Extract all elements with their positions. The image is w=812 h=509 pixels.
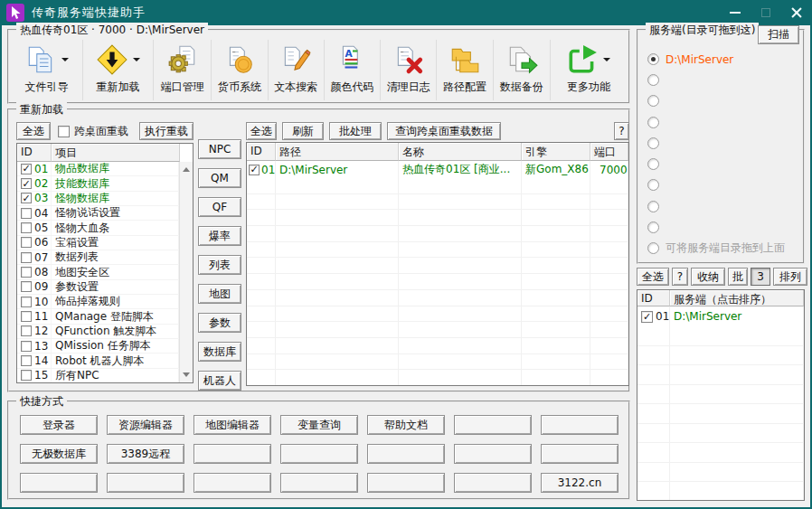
toolbar-button-端口管理[interactable]: 端口管理 (154, 40, 212, 100)
radio-icon[interactable] (647, 242, 659, 254)
shortcut-button-empty[interactable] (20, 473, 98, 493)
reload-item-row[interactable]: 04怪物说话设置 (17, 206, 179, 221)
shortcut-button-登录器[interactable]: 登录器 (20, 415, 98, 435)
category-button-QM[interactable]: QM (198, 168, 241, 188)
item-checkbox[interactable] (21, 370, 32, 381)
item-checkbox[interactable] (21, 311, 32, 322)
shortcut-button-资源编辑器[interactable]: 资源编辑器 (107, 415, 184, 435)
reload-item-row[interactable]: 13QMission 任务脚本 (17, 339, 179, 353)
toolbar-button-更多功能[interactable]: 更多功能 (551, 40, 627, 100)
reload-item-row[interactable]: ✓03怪物数据库 (17, 192, 179, 206)
item-checkbox[interactable] (21, 252, 32, 263)
reload-item-row[interactable]: 07数据列表 (17, 250, 179, 265)
shortcut-button-empty[interactable] (280, 444, 358, 464)
item-checkbox[interactable] (21, 355, 32, 366)
item-checkbox[interactable] (21, 237, 32, 248)
shortcut-button-empty[interactable] (367, 444, 445, 464)
column-header-1[interactable]: 项目 (52, 144, 180, 162)
column-header-0[interactable]: ID (17, 144, 52, 162)
reload-item-row[interactable]: ✓01物品数据库 (17, 162, 179, 176)
reload-item-row[interactable]: 05怪物大血条 (17, 221, 179, 235)
maximize-button[interactable] (751, 0, 781, 25)
radio-icon[interactable] (647, 74, 659, 86)
toolbar-button-数据备份[interactable]: 数据备份 (494, 40, 551, 100)
server-list-button-批[interactable]: 批 (728, 268, 748, 286)
scan-button[interactable]: 扫描 (758, 25, 799, 44)
reload-item-row[interactable]: 11QManage 登陆脚本 (17, 309, 179, 324)
table-toolbar-button-刷新[interactable]: 刷新 (282, 122, 324, 140)
reload-item-row[interactable]: 15所有NPC (17, 369, 179, 382)
toolbar-button-重新加载[interactable]: 重新加载 (83, 40, 154, 100)
category-button-QF[interactable]: QF (198, 197, 241, 217)
toolbar-button-颜色代码[interactable]: A颜色代码 (325, 40, 381, 100)
radio-icon[interactable] (647, 53, 659, 65)
shortcut-button-empty[interactable] (194, 473, 271, 493)
toolbar-button-路径配置[interactable]: 路径配置 (437, 40, 493, 100)
shortcut-button-3389远程[interactable]: 3389远程 (107, 444, 184, 464)
table-toolbar-button-全选[interactable]: 全选 (246, 122, 277, 140)
row-checkbox[interactable]: ✓ (641, 311, 653, 323)
server-list-button-排列[interactable]: 排列 (773, 268, 807, 286)
radio-icon[interactable] (647, 222, 659, 233)
server-directory-radio[interactable] (647, 157, 799, 171)
category-button-地图[interactable]: 地图 (198, 284, 241, 304)
reload-item-row[interactable]: 09参数设置 (17, 280, 179, 295)
shortcut-button-empty[interactable] (367, 473, 445, 493)
reload-item-row[interactable]: 08地图安全区 (17, 265, 179, 279)
server-directory-radio[interactable]: D:\MirServer (647, 52, 799, 66)
server-list-button-收纳[interactable]: 收纳 (691, 268, 725, 286)
server-directory-radio[interactable] (647, 94, 799, 108)
execute-reload-button[interactable]: 执行重载 (139, 122, 194, 140)
table-toolbar-button-查询跨桌面重载数据[interactable]: 查询跨桌面重载数据 (387, 122, 501, 140)
toolbar-button-货币系统[interactable]: 货币系统 (212, 40, 268, 100)
item-checkbox[interactable] (21, 208, 32, 219)
close-button[interactable] (781, 0, 812, 25)
category-button-机器人[interactable]: 机器人 (198, 371, 241, 391)
column-header-路径[interactable]: 路径 (276, 143, 399, 161)
server-directory-radio[interactable] (647, 200, 799, 213)
item-checkbox[interactable]: ✓ (21, 164, 32, 174)
radio-icon[interactable] (647, 158, 659, 170)
column-header-引擎[interactable]: 引擎 (522, 143, 590, 161)
table-row[interactable]: ✓01D:\MirServer (637, 306, 804, 326)
item-checkbox[interactable] (21, 222, 32, 233)
table-toolbar-button-批处理[interactable]: 批处理 (329, 122, 382, 140)
shortcut-button-empty[interactable] (454, 415, 532, 435)
shortcut-button-empty[interactable] (280, 473, 358, 493)
category-button-列表[interactable]: 列表 (198, 255, 241, 275)
shortcut-button-地图编辑器[interactable]: 地图编辑器 (194, 415, 271, 435)
shortcut-button-3122.cn[interactable]: 3122.cn (541, 473, 618, 493)
column-header-端口[interactable]: 端口 (590, 143, 628, 161)
reload-item-row[interactable]: ✓02技能数据库 (17, 176, 179, 191)
server-list-button-?[interactable]: ? (672, 268, 688, 286)
server-directory-radio[interactable]: 可将服务端目录拖到上面 (647, 241, 799, 255)
column-header-0[interactable]: ID (637, 290, 670, 306)
shortcut-button-empty[interactable] (454, 473, 532, 493)
item-checkbox[interactable] (21, 267, 32, 278)
column-header-1[interactable]: 服务端（点击排序） (670, 290, 804, 306)
cross-desktop-checkbox[interactable]: 跨桌面重载 (58, 124, 128, 139)
server-directory-radio[interactable] (647, 178, 799, 192)
radio-icon[interactable] (647, 201, 659, 212)
cross-desktop-checkbox-box[interactable] (58, 126, 70, 137)
server-directory-radio[interactable] (647, 73, 799, 87)
radio-icon[interactable] (647, 179, 659, 191)
dropdown-arrow-icon[interactable] (61, 58, 69, 65)
column-header-ID[interactable]: ID (247, 143, 276, 161)
shortcut-button-empty[interactable] (541, 444, 618, 464)
reload-item-row[interactable]: 06宝箱设置 (17, 236, 179, 250)
item-checkbox[interactable]: ✓ (21, 178, 32, 189)
dropdown-arrow-icon[interactable] (603, 58, 610, 65)
category-button-爆率[interactable]: 爆率 (198, 226, 241, 246)
shortcut-button-empty[interactable] (454, 444, 532, 464)
shortcut-button-无极数据库[interactable]: 无极数据库 (20, 444, 98, 464)
item-checkbox[interactable] (21, 281, 32, 292)
toolbar-button-文件引导[interactable]: 文件引导 (11, 40, 83, 100)
server-directory-radio[interactable] (647, 116, 799, 129)
reload-item-row[interactable]: 10饰品掉落规则 (17, 295, 179, 309)
column-header-名称[interactable]: 名称 (399, 143, 522, 161)
scroll-up-button[interactable] (180, 163, 193, 176)
server-directory-radio[interactable] (647, 221, 799, 234)
toolbar-button-清理日志[interactable]: 清理日志 (381, 40, 437, 100)
vertical-scrollbar[interactable] (179, 162, 193, 382)
